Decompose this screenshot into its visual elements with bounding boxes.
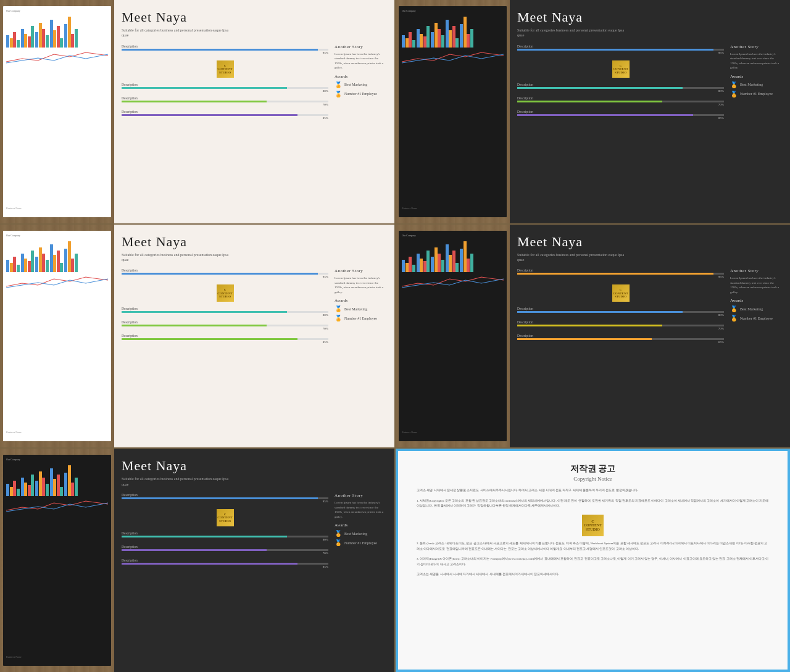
- copyright-logo-box: CCONTENTSTUDIO: [582, 515, 604, 536]
- chart-label-3: Our Company: [6, 234, 108, 237]
- skill-percent-3-1: 95%: [122, 275, 328, 278]
- slide-1-content: Meet Naya Suitable for all categories bu…: [114, 0, 394, 223]
- award-1: 🏅 Best Marketing: [335, 81, 387, 88]
- award-icon-4-1: 🏅: [730, 305, 738, 312]
- awards-title-1: Awards: [335, 74, 387, 79]
- award-icon-2: 🏅: [335, 91, 342, 97]
- business-label-2: Business Name: [402, 207, 417, 210]
- award-2-1: 🏅 Best Marketing: [730, 81, 783, 88]
- story-text-5: Lorem Ipsum has been the industry's stan…: [335, 500, 387, 519]
- line-chart-2: [402, 49, 504, 65]
- skill-label-2-1: Description: [517, 44, 724, 48]
- award-4-2: 🏅 Number #1 Employee: [730, 315, 783, 321]
- award-icon-3-2: 🏅: [335, 315, 342, 321]
- slide-1-photo: Our Company Business Name: [0, 0, 114, 223]
- slide-5-photo: Our Company Business Name: [0, 449, 114, 672]
- story-title-5: Another Story: [335, 493, 387, 498]
- copyright-section-3: 3. 이미지(Image) & 아이콘(Icon): 고려소내의 이미지는 Fo…: [417, 557, 769, 567]
- copyright-section-2: 2. 폰트 (font): 고려소 내에 다도이도, 전표 공고소 내에서 서표…: [417, 541, 769, 552]
- copyright-section-2-text: 2. 폰트 (font): 고려소 내에 다도이도, 전표 공고소 내에서 서표…: [417, 541, 769, 552]
- skill-label-2: Description: [122, 83, 328, 86]
- skill-label-4-1: Description: [517, 268, 724, 272]
- skill-label-4: Description: [122, 110, 328, 114]
- business-label: Business Name: [6, 207, 22, 210]
- slide-5-chart: Our Company Business Name: [3, 455, 111, 666]
- slide-3-cols: Description 95% CCONTENTSTUDIO Descripti…: [122, 268, 387, 347]
- slide-3-chart: Our Company Business Name: [3, 231, 111, 442]
- award-label-3-1: Best Marketing: [344, 307, 367, 311]
- slide-1: Our Company Business Name Meet: [0, 0, 394, 223]
- slide-3-story: Another Story Lorem Ipsum has been the i…: [335, 268, 387, 347]
- award-icon-4-2: 🏅: [730, 315, 738, 321]
- skill-percent-4-2: 80%: [517, 313, 724, 317]
- slide-grid: Our Company Business Name Meet: [0, 0, 790, 672]
- slide-2-subtitle: Suitable for all categories business and…: [517, 28, 628, 38]
- award-5-2: 🏅 Number #1 Employee: [335, 539, 387, 546]
- story-title-4: Another Story: [730, 268, 783, 273]
- skill-label-3: Description: [122, 96, 328, 100]
- slide-3-content: Meet Naya Suitable for all categories bu…: [114, 225, 394, 448]
- story-text-3: Lorem Ipsum has been the industry's stan…: [335, 276, 387, 294]
- logo-box-1: CCONTENTSTUDIO: [217, 60, 234, 78]
- slide-4-cols: Description 95% CCONTENTSTUDIO Descripti…: [517, 268, 783, 347]
- story-title-2: Another Story: [730, 44, 783, 49]
- award-icon-5-2: 🏅: [335, 539, 342, 546]
- awards-title-3: Awards: [335, 298, 387, 303]
- slide-3-title: Meet Naya: [122, 234, 387, 250]
- award-label-3-2: Number #1 Employee: [344, 317, 377, 320]
- slide-2-cols: Description 95% CCONTENTSTUDIO Descripti…: [517, 44, 783, 123]
- skill-percent-5-4: 85%: [122, 565, 328, 568]
- awards-title-4: Awards: [730, 298, 783, 303]
- logo-box-3: CCONTENTSTUDIO: [217, 284, 234, 302]
- awards-title-2: Awards: [730, 74, 783, 79]
- skill-label-4-2: Description: [517, 307, 724, 310]
- skill-label-3-4: Description: [122, 334, 328, 338]
- bar-chart-2: [402, 14, 504, 48]
- skill-percent-2: 80%: [122, 89, 328, 93]
- chart-label-2: Our Company: [402, 9, 504, 12]
- skill-percent-3: 70%: [122, 103, 328, 106]
- skill-percent-4-3: 70%: [517, 327, 724, 330]
- award-5-1: 🏅 Best Marketing: [335, 530, 387, 537]
- business-label-5: Business Name: [6, 655, 22, 658]
- award-icon-2-1: 🏅: [730, 81, 738, 88]
- slide-4-subtitle: Suitable for all categories business and…: [517, 252, 628, 263]
- slide-1-skills: Description 95% CCONTENTSTUDIO Descripti…: [122, 44, 328, 123]
- skill-percent-3-4: 85%: [122, 341, 328, 344]
- skill-label-1: Description: [122, 44, 328, 48]
- skill-label-2-3: Description: [517, 96, 724, 100]
- slide-5-content: Meet Naya Suitable for all categories bu…: [114, 449, 394, 672]
- award-label-4-1: Best Marketing: [740, 307, 763, 311]
- line-chart: [6, 49, 108, 65]
- slide-2-content: Meet Naya Suitable for all categories bu…: [510, 0, 790, 223]
- skill-label-5-2: Description: [122, 531, 328, 535]
- chart-label: Our Company: [6, 9, 108, 12]
- skill-label-2-2: Description: [517, 83, 724, 86]
- award-label-5-2: Number #1 Employee: [344, 541, 377, 545]
- slide-2-story: Another Story Lorem Ipsum has been the i…: [730, 44, 783, 123]
- copyright-section-3-text: 3. 이미지(Image) & 아이콘(Icon): 고려소내의 이미지는 Fo…: [417, 557, 769, 567]
- slide-1-cols: Description 95% CCONTENTSTUDIO Descripti…: [122, 44, 387, 123]
- skill-percent-2-3: 70%: [517, 103, 724, 106]
- award-icon-5-1: 🏅: [335, 530, 342, 537]
- slide-4: Our Company Business Name Meet: [396, 225, 790, 448]
- skill-percent-4: 85%: [122, 117, 328, 120]
- skill-label-4-4: Description: [517, 334, 724, 338]
- slide-4-photo: Our Company Business Name: [396, 225, 510, 448]
- slide-4-story: Another Story Lorem Ipsum has been the i…: [730, 268, 783, 347]
- story-title-1: Another Story: [335, 44, 387, 49]
- line-chart-3: [6, 274, 108, 289]
- bar-chart-4: [402, 238, 504, 272]
- slide-5-subtitle: Suitable for all categories business and…: [122, 476, 233, 487]
- copyright-content: 저작권 공고 Copyright Notice 고려소 세명 시대에서 전세전 …: [398, 451, 788, 670]
- slide-5-story: Another Story Lorem Ipsum has been the i…: [335, 493, 387, 572]
- award-label-1: Best Marketing: [344, 83, 367, 86]
- slide-1-chart: Our Company Business Name: [3, 6, 111, 217]
- story-text-4: Lorem Ipsum has been the industry's stan…: [730, 276, 783, 294]
- skill-label-5-3: Description: [122, 545, 328, 549]
- award-3-2: 🏅 Number #1 Employee: [335, 315, 387, 321]
- slide-3-photo: Our Company Business Name: [0, 225, 114, 448]
- story-text-2: Lorem Ipsum has been the industry's stan…: [730, 52, 783, 70]
- slide-2-skills: Description 95% CCONTENTSTUDIO Descripti…: [517, 44, 724, 123]
- skill-percent-3-2: 80%: [122, 313, 328, 317]
